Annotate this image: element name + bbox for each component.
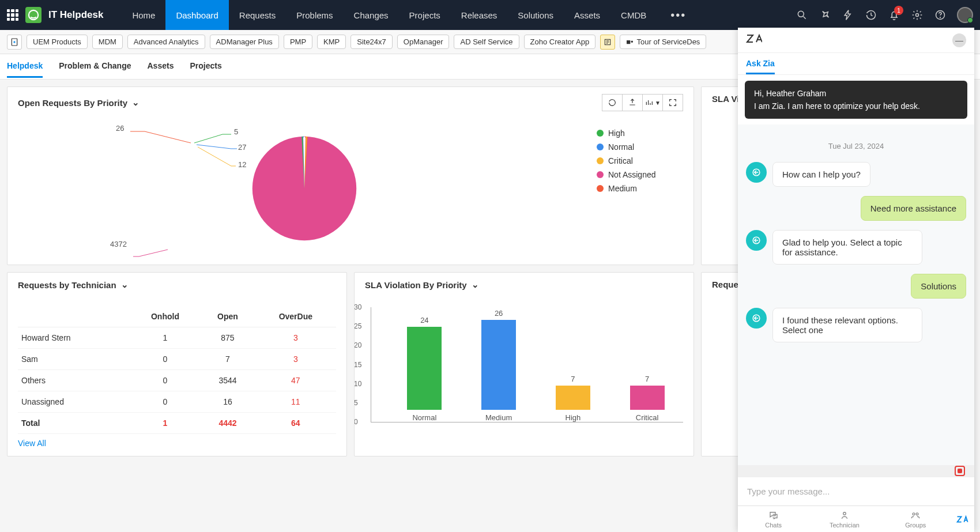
chevron-down-icon[interactable]: ⌄ [472, 280, 479, 290]
nav-releases[interactable]: Releases [451, 0, 508, 30]
nav-changes[interactable]: Changes [344, 0, 399, 30]
table-header [18, 306, 130, 327]
add-page-icon[interactable] [7, 35, 22, 50]
banner-text: I am Zia. I am here to optimize your hel… [754, 101, 958, 111]
tab-helpdesk[interactable]: Helpdesk [7, 55, 43, 78]
nav-more-icon[interactable]: ••• [664, 9, 693, 22]
chip-pmp[interactable]: PMP [284, 35, 312, 49]
bell-icon[interactable]: 1 [888, 9, 900, 21]
notification-badge: 1 [894, 6, 903, 15]
chip-opmanager[interactable]: OpManager [397, 35, 450, 49]
widget-title: Requests by Technician [18, 280, 116, 290]
y-tick: 5 [355, 399, 358, 407]
video-icon: ■• [626, 37, 633, 46]
nav-assets[interactable]: Assets [564, 0, 610, 30]
pie-chart: 26 5 27 12 4372 [18, 123, 591, 254]
y-tick: 15 [355, 361, 361, 369]
table-row: Others0354447 [18, 370, 336, 391]
chat-message: I found these relevant options. Select o… [746, 308, 966, 342]
table-row: Unassigned01611 [18, 391, 336, 413]
chat-banner: Hi, Heather Graham I am Zia. I am here t… [745, 81, 967, 119]
app-switcher-icon[interactable] [7, 9, 18, 21]
history-icon[interactable] [865, 9, 877, 21]
view-all-link[interactable]: View All [18, 439, 46, 448]
widget-title: SLA Violation By Priority [365, 280, 467, 290]
chat-messages: Tue Jul 23, 2024 How can I help you?Need… [738, 124, 974, 463]
chat-message: How can I help you? [746, 162, 966, 187]
bar-medium: 26Medium [469, 309, 529, 422]
widget-sla-violation-priority: SLA Violation By Priority ⌄ 302520151050… [354, 272, 694, 456]
tab-projects[interactable]: Projects [190, 55, 221, 78]
bot-avatar [746, 162, 767, 183]
callout-26: 26 [116, 124, 124, 133]
export-icon[interactable] [622, 94, 643, 111]
legend-item: Not Assigned [597, 170, 683, 179]
nav-requests[interactable]: Requests [229, 0, 286, 30]
nav-home[interactable]: Home [122, 0, 165, 30]
bar-critical: 7Critical [617, 375, 677, 422]
table-header: OverDue [255, 306, 336, 327]
legend-item: Critical [597, 156, 683, 165]
y-tick: 25 [355, 322, 361, 330]
chip-mdm[interactable]: MDM [92, 35, 123, 49]
svg-point-4 [940, 17, 941, 18]
help-icon[interactable] [934, 9, 947, 21]
chip-zoho-creator-app[interactable]: Zoho Creator App [524, 35, 596, 49]
chart-type-icon[interactable]: ▼ [642, 94, 663, 111]
pie-legend: HighNormalCriticalNot AssignedMedium [591, 123, 683, 254]
bar-high: 7High [543, 375, 604, 422]
y-tick: 10 [355, 380, 361, 388]
svg-point-1 [798, 11, 804, 17]
chip-advanced-analytics[interactable]: Advanced Analytics [127, 35, 205, 49]
callout-27: 27 [238, 143, 246, 152]
note-icon[interactable] [600, 35, 615, 50]
callout-4372: 4372 [110, 240, 127, 248]
nav-solutions[interactable]: Solutions [507, 0, 564, 30]
chip-ad-self-service[interactable]: AD Self Service [454, 35, 519, 49]
expand-icon[interactable] [662, 94, 683, 111]
technician-table: OnholdOpenOverDue Howard Stern18753Sam07… [18, 306, 336, 434]
chat-message: Need more assistance [746, 196, 966, 221]
table-total-row: Total1444264 [18, 413, 336, 434]
legend-item: High [597, 129, 683, 138]
tab-problem-change[interactable]: Problem & Change [59, 55, 131, 78]
y-tick: 20 [355, 341, 361, 349]
chat-message: Glad to help you. Select a topic for ass… [746, 230, 966, 265]
nav-dashboard[interactable]: Dashboard [165, 0, 228, 30]
y-tick: 0 [355, 418, 358, 426]
bar-normal: 24Normal [394, 316, 455, 422]
widget-requests-by-technician: Requests by Technician ⌄ OnholdOpenOverD… [7, 272, 347, 456]
svg-point-2 [916, 14, 919, 17]
minimize-icon[interactable]: — [952, 33, 966, 47]
chip-admanager-plus[interactable]: ADManager Plus [210, 35, 279, 49]
bot-avatar [746, 308, 767, 329]
chip-site24x7[interactable]: Site24x7 [350, 35, 393, 49]
search-icon[interactable] [796, 9, 808, 21]
app-logo [25, 7, 42, 23]
main-nav: HomeDashboardRequestsProblemsChangesProj… [122, 0, 657, 30]
chat-tab-ask-zia[interactable]: Ask Zia [746, 59, 775, 74]
chevron-down-icon[interactable]: ⌄ [132, 97, 140, 108]
nav-projects[interactable]: Projects [399, 0, 451, 30]
legend-item: Medium [597, 184, 683, 193]
nav-cmdb[interactable]: CMDB [610, 0, 657, 30]
tour-button[interactable]: ■•Tour of ServiceDes [620, 35, 706, 49]
chip-uem-products[interactable]: UEM Products [27, 35, 88, 49]
bar-chart: 30252015105024Normal26Medium7High7Critic… [371, 307, 683, 422]
chat-date: Tue Jul 23, 2024 [746, 142, 966, 150]
tab-assets[interactable]: Assets [148, 55, 174, 78]
nav-problems[interactable]: Problems [286, 0, 343, 30]
user-avatar[interactable] [957, 7, 973, 23]
banner-greeting: Hi, Heather Graham [754, 89, 958, 98]
widget-title: Open Requests By Priority [18, 98, 127, 108]
top-bar: IT Helpdesk HomeDashboardRequestsProblem… [0, 0, 980, 30]
bolt-icon[interactable] [842, 9, 854, 21]
table-row: Howard Stern18753 [18, 327, 336, 349]
gear-icon[interactable] [911, 9, 924, 21]
chip-kmp[interactable]: KMP [317, 35, 346, 49]
app-title: IT Helpdesk [48, 9, 103, 21]
refresh-icon[interactable] [602, 94, 623, 111]
pin-icon[interactable] [819, 9, 831, 21]
widget-open-requests-priority: Open Requests By Priority ⌄ ▼ [7, 86, 694, 265]
chevron-down-icon[interactable]: ⌄ [121, 280, 129, 290]
